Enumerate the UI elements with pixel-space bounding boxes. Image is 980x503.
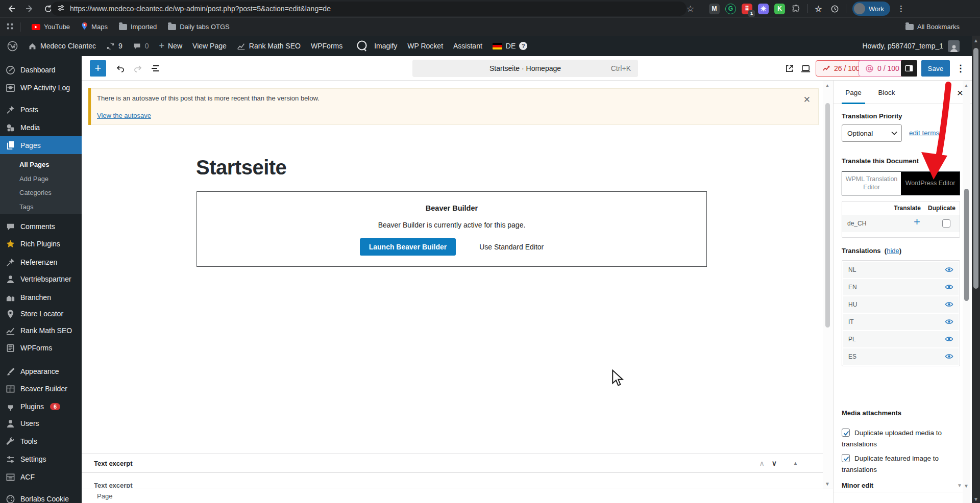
chrome-menu-icon[interactable]: ⋮ [896,4,906,14]
view-translation-icon[interactable] [945,353,953,362]
scroll-up-icon[interactable]: ▲ [973,38,978,43]
menu-plugins[interactable]: Plugins 6 [0,398,82,415]
menu-settings[interactable]: Settings [0,450,82,468]
apps-grid-icon[interactable] [6,22,14,32]
options-kebab-icon[interactable]: ⋮ [954,60,967,77]
editor-scrollbar[interactable]: ▲ ▼ [823,81,833,489]
forward-icon[interactable] [22,2,37,16]
view-translation-icon[interactable] [945,283,953,292]
menu-appearance[interactable]: Appearance [0,363,82,380]
menu-store-locator[interactable]: Store Locator [0,305,82,322]
use-standard-editor-link[interactable]: Use Standard Editor [479,243,544,251]
scroll-up-icon[interactable]: ▲ [964,83,969,88]
sidebar-scrollbar-thumb[interactable] [964,189,969,301]
sidebar-scrollbar[interactable]: ▲ ▼ [963,81,970,503]
text-excerpt-metabox-header[interactable]: Text excerpt ∧ ∨ ▲ [82,454,823,473]
view-translation-icon[interactable] [945,318,953,327]
duplicate-checkbox[interactable] [942,219,950,228]
priority-select[interactable]: Optional [842,124,902,142]
all-bookmarks[interactable]: All Bookmarks [905,23,960,31]
adminbar-site[interactable]: Medeco Cleantec [28,42,96,51]
adminbar-account[interactable]: Howdy, p587407_temp_1 [862,36,960,56]
add-translation-icon[interactable]: + [914,215,920,229]
menu-wpforms[interactable]: WPForms [0,339,82,357]
extension-m-icon[interactable]: M [709,4,720,14]
adminbar-imagify[interactable]: Imagify [374,42,397,50]
undo-icon[interactable] [112,60,129,77]
menu-vertriebspartner[interactable]: Vertriebspartner [0,270,82,288]
extensions-puzzle-icon[interactable] [791,4,801,14]
side-panel-star-icon[interactable]: ☆ [813,4,824,14]
move-up-icon[interactable]: ∧ [760,459,765,467]
menu-media[interactable]: Media [0,119,82,136]
page-title[interactable]: Startseite [196,156,286,179]
submenu-tags[interactable]: Tags [0,199,82,214]
scroll-down-icon[interactable]: ▼ [825,481,830,487]
adminbar-wp-rocket[interactable]: WP Rocket [407,42,443,50]
menu-tools[interactable]: Tools [0,433,82,450]
list-view-icon[interactable] [147,60,163,77]
scroll-up-icon[interactable]: ▲ [825,83,830,88]
bookmark-youtube[interactable]: YouTube [32,23,70,31]
imagify-icon[interactable] [356,40,368,52]
menu-comments[interactable]: Comments [0,218,82,235]
wordpress-editor-button[interactable]: WordPress Editor [901,172,960,195]
adminbar-rank-math[interactable]: Rank Math SEO [237,42,301,51]
menu-pages[interactable]: Pages [0,136,82,154]
scroll-down-icon[interactable]: ▼ [964,483,969,489]
profile-chip[interactable]: Work [852,2,890,16]
scroll-down-icon[interactable]: ▼ [973,496,978,502]
menu-wp-activity-log[interactable]: WP Activity Log [0,79,82,96]
checkbox-checked-icon[interactable] [842,454,850,462]
menu-posts[interactable]: Posts [0,101,82,118]
submenu-all-pages[interactable]: All Pages [0,157,82,171]
menu-dashboard[interactable]: Dashboard [0,61,82,79]
bookmark-maps[interactable]: Maps [81,22,108,32]
adminbar-wpforms[interactable]: WPForms [311,42,342,50]
content-ai-score-pill[interactable]: 0 / 100 [859,60,906,77]
footer-breadcrumb[interactable]: Page [97,492,112,500]
checkbox-checked-icon[interactable] [842,429,850,437]
menu-borlabs-cookie[interactable]: Borlabs Cookie [0,490,82,503]
move-down-icon[interactable]: ∨ [772,459,777,467]
adminbar-assistant[interactable]: Assistant [453,42,482,50]
submenu-categories[interactable]: Categories [0,185,82,199]
block-inserter-button[interactable]: + [90,60,106,77]
adminbar-view-page[interactable]: View Page [192,42,227,50]
wpml-translation-editor-button[interactable]: WPML Translation Editor [842,172,901,195]
menu-rich-plugins[interactable]: Rich Plugins [0,235,82,253]
settings-panel-toggle[interactable] [901,60,917,77]
editor-scrollbar-thumb[interactable] [825,103,830,328]
external-link-icon[interactable] [781,60,797,77]
menu-branchen[interactable]: Branchen [0,289,82,306]
redo-icon[interactable] [130,60,146,77]
page-scrollbar[interactable]: ▲ ▼ [972,36,980,503]
bookmark-imported[interactable]: Imported [119,23,157,31]
metabox-toggle-icon[interactable]: ▲ [793,460,798,466]
launch-beaver-builder-button[interactable]: Launch Beaver Builder [360,238,456,256]
save-button[interactable]: Save [921,60,950,77]
hide-link[interactable]: hide [887,247,899,255]
extension-k-icon[interactable]: K [774,4,785,14]
preview-device-icon[interactable] [797,60,814,77]
extension-grammarly-icon[interactable]: G [725,4,736,14]
document-title-button[interactable]: Startseite · Homepage Ctrl+K [412,60,638,77]
menu-rank-math-seo[interactable]: Rank Math SEO [0,322,82,339]
page-scrollbar-thumb[interactable] [973,48,978,289]
bookmark-daily-tabs[interactable]: Daily tabs OTGS [168,23,230,31]
submenu-add-page[interactable]: Add Page [0,171,82,186]
menu-acf[interactable]: ACF [0,468,82,486]
menu-beaver-builder[interactable]: Beaver Builder [0,380,82,397]
dismiss-notice-icon[interactable]: ✕ [803,94,811,105]
duplicate-featured-checkbox-label[interactable]: Duplicate featured image to translations [842,453,956,475]
adminbar-new[interactable]: + New [159,41,183,52]
history-icon[interactable] [829,4,840,14]
bookmark-star-icon[interactable]: ☆ [687,0,694,17]
tab-page[interactable]: Page [842,81,865,104]
edit-terms-link[interactable]: edit terms [909,129,939,137]
menu-referenzen[interactable]: Referenzen [0,254,82,271]
site-settings-icon[interactable] [57,4,65,13]
adminbar-updates[interactable]: 9 [106,42,122,51]
view-translation-icon[interactable] [945,335,953,344]
adminbar-comments[interactable]: 0 [133,42,149,51]
